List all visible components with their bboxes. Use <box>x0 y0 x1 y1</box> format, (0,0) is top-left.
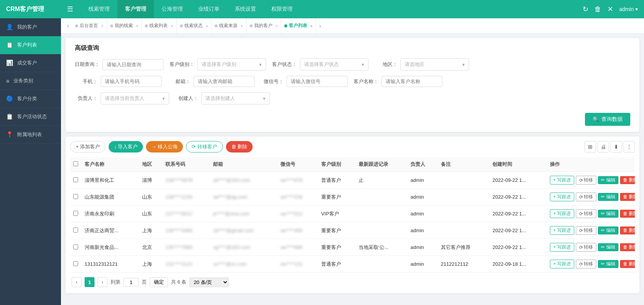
delete-button[interactable]: 🗑 删除 <box>620 210 635 218</box>
transfer-button[interactable]: ⟳ 转移 <box>576 226 596 235</box>
table-area: + 添加客户 ↓ 导入客户 → 移入公海 ⟳ 转移客户 🗑 删除 ⊞ 🖨 ⬇ <box>66 136 639 293</box>
edit-button[interactable]: ✏ 编辑 <box>598 226 618 234</box>
menu-toggle-icon[interactable]: ☰ <box>67 5 73 13</box>
cell-phone: 136****3456 <box>162 222 210 239</box>
delete-button[interactable]: 🗑 删除 <box>620 193 635 201</box>
transfer-button[interactable]: ⟳ 转移 <box>576 209 596 218</box>
add-customer-button[interactable]: + 添加客户 <box>70 141 106 152</box>
write-in-button[interactable]: + 写跟进 <box>550 193 574 201</box>
breadcrumb-item-my-clue[interactable]: 我的线索 × <box>107 18 142 34</box>
row-checkbox-cell <box>70 222 82 239</box>
date-input[interactable] <box>103 59 163 70</box>
cell-customer-name: 淄博景和化工 <box>82 172 139 189</box>
delete-button[interactable]: 🗑 删除 <box>620 226 635 234</box>
region-select[interactable]: 请选地区 ▾ <box>400 58 469 71</box>
header-actions: 操作 <box>547 157 635 172</box>
level-select[interactable]: 请选择客户级别 ▾ <box>197 58 266 71</box>
breadcrumb-close-icon[interactable]: × <box>240 24 243 28</box>
edit-button[interactable]: ✏ 编辑 <box>598 176 618 184</box>
row-checkbox[interactable] <box>73 211 78 216</box>
pagination-confirm-button[interactable]: 确定 <box>150 277 168 287</box>
sidebar-item-customer-list[interactable]: 📋 客户列表 <box>0 36 61 54</box>
transfer-customer-button[interactable]: ⟳ 转移客户 <box>186 141 223 152</box>
edit-button[interactable]: ✏ 编辑 <box>598 210 618 218</box>
phone-input[interactable] <box>101 76 162 87</box>
transfer-button[interactable]: ⟳ 转移 <box>576 176 596 185</box>
close-window-icon[interactable]: ✕ <box>607 5 613 13</box>
creator-select[interactable]: 请选择创建人 ▾ <box>201 92 270 104</box>
pagination-current-page[interactable]: 1 <box>85 277 95 287</box>
edit-button[interactable]: ✏ 编辑 <box>598 243 618 251</box>
responsible-select[interactable]: 请选择当前负责人 ▾ <box>101 92 169 104</box>
sidebar-item-activity-status[interactable]: 📋 客户活动状态 <box>0 108 61 126</box>
sidebar-item-affiliated-list[interactable]: 📍 附属地列表 <box>0 126 61 144</box>
write-in-button[interactable]: + 写跟进 <box>550 209 574 218</box>
edit-button[interactable]: ✏ 编辑 <box>598 260 618 268</box>
row-checkbox[interactable] <box>73 244 78 249</box>
breadcrumb-next-icon[interactable]: › <box>319 22 321 29</box>
breadcrumb-close-icon[interactable]: × <box>101 24 103 28</box>
pagination-next[interactable]: › <box>98 277 107 287</box>
transfer-button[interactable]: ⟳ 转移 <box>576 243 596 252</box>
select-all-checkbox[interactable] <box>73 161 78 166</box>
delete-button[interactable]: 🗑 删除 <box>620 176 635 184</box>
breadcrumb-close-icon[interactable]: × <box>310 24 312 28</box>
breadcrumb-item-my-customer[interactable]: 我的客户 × <box>247 18 281 34</box>
row-checkbox[interactable] <box>73 177 78 182</box>
nav-item-clue-manage[interactable]: 线索管理 <box>81 0 117 18</box>
breadcrumb-item-clue-status[interactable]: 线索状态 × <box>177 18 211 34</box>
breadcrumb-item-home[interactable]: 后台首页 × <box>72 18 107 34</box>
edit-button[interactable]: ✏ 编辑 <box>598 193 618 201</box>
cell-phone: 139****1234 <box>162 189 210 205</box>
nav-item-public-sea[interactable]: 公海管理 <box>154 0 191 18</box>
breadcrumb-item-clue-source[interactable]: 线索来源 × <box>211 18 246 34</box>
sidebar-item-customer-classification[interactable]: 🔵 客户分类 <box>0 90 61 108</box>
breadcrumb-close-icon[interactable]: × <box>276 24 278 28</box>
pagination-prev[interactable]: ‹ <box>72 277 82 287</box>
breadcrumb-close-icon[interactable]: × <box>136 24 138 28</box>
batch-delete-button[interactable]: 🗑 删除 <box>226 141 253 152</box>
customer-name-input[interactable] <box>381 76 442 87</box>
row-checkbox[interactable] <box>73 228 78 233</box>
sidebar-item-closed-customers[interactable]: 📊 成交客户 <box>0 54 61 72</box>
breadcrumb-close-icon[interactable]: × <box>206 24 208 28</box>
grid-view-icon[interactable]: ⊞ <box>585 141 596 152</box>
write-in-button[interactable]: + 写跟进 <box>550 260 574 268</box>
cell-actions: + 写跟进 ⟳ 转移 ✏ 编辑 🗑 删除 <box>547 189 635 205</box>
wechat-input[interactable] <box>287 76 348 87</box>
activity-status-icon: 📋 <box>6 113 13 120</box>
export-icon[interactable]: ⬇ <box>610 141 622 152</box>
breadcrumb-close-icon[interactable]: × <box>171 24 173 28</box>
row-checkbox[interactable] <box>73 194 78 199</box>
user-menu[interactable]: admin ▾ <box>619 6 638 12</box>
write-in-button[interactable]: + 写跟进 <box>550 176 574 185</box>
column-settings-icon[interactable]: ⋮ <box>623 141 635 152</box>
delete-button[interactable]: 🗑 删除 <box>620 260 635 268</box>
nav-item-permission-manage[interactable]: 权限管理 <box>264 0 300 18</box>
row-checkbox[interactable] <box>73 261 78 266</box>
nav-item-sales-order[interactable]: 业绩订单 <box>191 0 227 18</box>
delete-button[interactable]: 🗑 删除 <box>620 243 635 251</box>
print-icon[interactable]: 🖨 <box>598 141 609 152</box>
breadcrumb-prev-icon[interactable]: ‹ <box>67 22 69 29</box>
move-to-public-sea-button[interactable]: → 移入公海 <box>146 141 183 152</box>
import-customer-button[interactable]: ↓ 导入客户 <box>109 141 143 152</box>
write-in-button[interactable]: + 写跟进 <box>550 226 574 235</box>
transfer-button[interactable]: ⟳ 转移 <box>576 260 596 268</box>
breadcrumb-item-clue-list[interactable]: 线索列表 × <box>142 18 176 34</box>
query-button[interactable]: 🔍 查询数据 <box>585 113 630 126</box>
email-input[interactable] <box>194 76 255 87</box>
pagination-page-input[interactable] <box>123 278 139 287</box>
header-latest-follow: 最新跟进记录 <box>356 157 407 172</box>
write-in-button[interactable]: + 写跟进 <box>550 243 574 252</box>
nav-item-system-settings[interactable]: 系统设置 <box>227 0 264 18</box>
transfer-button[interactable]: ⟳ 转移 <box>576 193 596 201</box>
nav-item-customer-manage[interactable]: 客户管理 <box>117 0 154 18</box>
per-page-select[interactable]: 10 条/页20 条/页50 条/页100 条/页 <box>189 278 229 287</box>
sidebar-item-business-category[interactable]: ≡ 业务类别 <box>0 72 61 90</box>
trash-icon[interactable]: 🗑 <box>594 5 601 13</box>
status-select[interactable]: 请选择客户状态 ▾ <box>300 58 368 71</box>
refresh-icon[interactable]: ↻ <box>583 5 588 13</box>
sidebar-item-my-customers[interactable]: 👤 我的客户 <box>0 18 61 36</box>
breadcrumb-item-customer-list[interactable]: 客户列表 × <box>281 18 316 34</box>
